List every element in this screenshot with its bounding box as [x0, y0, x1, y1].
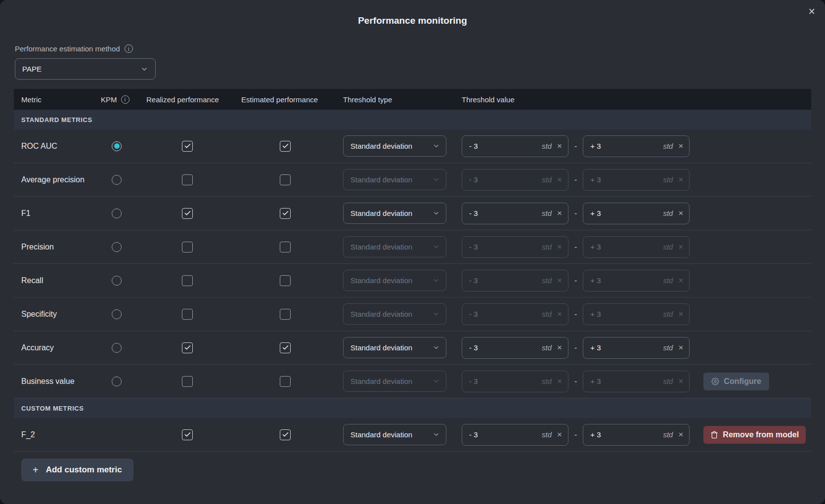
- metric-name: Accuracy: [14, 343, 54, 352]
- estimated-checkbox[interactable]: [280, 174, 291, 185]
- realized-cell: [146, 163, 241, 196]
- kpm-cell: [88, 418, 146, 451]
- estimated-checkbox[interactable]: [280, 309, 291, 320]
- column-header-metric: Metric: [14, 89, 88, 110]
- lower-threshold-input[interactable]: - 3std×: [462, 337, 568, 359]
- remove-from-model-button[interactable]: Remove from model: [703, 426, 806, 444]
- kpm-radio[interactable]: [112, 141, 122, 151]
- upper-threshold-value: + 3: [590, 209, 663, 217]
- realized-checkbox[interactable]: [182, 342, 193, 353]
- upper-threshold-input: + 3std×: [583, 270, 690, 292]
- estimated-checkbox[interactable]: [280, 242, 291, 252]
- clear-icon[interactable]: ×: [678, 209, 683, 217]
- realized-checkbox[interactable]: [182, 242, 193, 252]
- threshold-range-dash: -: [574, 175, 577, 184]
- estimated-checkbox[interactable]: [280, 275, 291, 286]
- clear-icon: ×: [557, 377, 562, 385]
- lower-threshold-value: - 3: [469, 310, 542, 318]
- upper-threshold-value: + 3: [590, 142, 663, 150]
- clear-icon[interactable]: ×: [557, 209, 562, 217]
- plus-icon: +: [33, 464, 39, 476]
- threshold-type-value: Standard deviation: [350, 175, 412, 184]
- threshold-value-cell: - 3std×-+ 3std×: [459, 264, 811, 297]
- threshold-type-select: Standard deviation: [343, 236, 446, 257]
- estimated-checkbox[interactable]: [280, 376, 291, 387]
- threshold-type-select: Standard deviation: [343, 371, 446, 392]
- realized-checkbox[interactable]: [182, 174, 193, 185]
- metric-cell: Precision: [14, 230, 88, 263]
- realized-cell: [146, 197, 241, 230]
- lower-threshold-input[interactable]: - 3std×: [462, 135, 568, 157]
- realized-checkbox[interactable]: [182, 141, 193, 152]
- metrics-table: MetricKPMiRealized performanceEstimated …: [14, 89, 811, 452]
- threshold-type-cell: Standard deviation: [338, 264, 459, 297]
- info-icon[interactable]: i: [121, 95, 130, 104]
- upper-threshold-input[interactable]: + 3std×: [583, 337, 690, 359]
- lower-threshold-input: - 3std×: [462, 371, 568, 392]
- clear-icon[interactable]: ×: [678, 343, 683, 352]
- clear-icon[interactable]: ×: [557, 142, 562, 150]
- estimation-method-select[interactable]: PAPE: [15, 58, 156, 80]
- estimated-checkbox[interactable]: [280, 141, 291, 152]
- realized-checkbox[interactable]: [182, 429, 193, 440]
- clear-icon[interactable]: ×: [557, 343, 562, 352]
- realized-checkbox[interactable]: [182, 208, 193, 219]
- threshold-type-select[interactable]: Standard deviation: [343, 337, 446, 358]
- metric-cell: Average precision: [14, 163, 88, 196]
- threshold-type-select[interactable]: Standard deviation: [343, 135, 446, 157]
- upper-threshold-input[interactable]: + 3std×: [583, 424, 690, 446]
- column-header-label: Threshold type: [343, 95, 392, 104]
- threshold-type-select[interactable]: Standard deviation: [343, 424, 446, 445]
- info-icon[interactable]: i: [125, 44, 133, 53]
- std-unit-label: std: [542, 243, 552, 251]
- upper-threshold-input: + 3std×: [583, 236, 690, 258]
- kpm-radio[interactable]: [112, 343, 122, 353]
- estimated-cell: [241, 129, 338, 163]
- lower-threshold-input[interactable]: - 3std×: [462, 203, 568, 224]
- std-unit-label: std: [663, 343, 673, 352]
- kpm-radio[interactable]: [112, 209, 122, 218]
- realized-checkbox[interactable]: [182, 309, 193, 320]
- estimated-checkbox[interactable]: [280, 429, 291, 440]
- clear-icon: ×: [557, 310, 562, 318]
- clear-icon[interactable]: ×: [678, 142, 683, 150]
- clear-icon: ×: [678, 243, 683, 251]
- lower-threshold-value: - 3: [469, 175, 542, 184]
- kpm-radio[interactable]: [112, 309, 122, 319]
- column-header-label: Metric: [21, 95, 42, 104]
- clear-icon[interactable]: ×: [557, 430, 562, 439]
- std-unit-label: std: [663, 310, 673, 318]
- realized-checkbox[interactable]: [182, 275, 193, 286]
- section-header: STANDARD METRICS: [14, 110, 811, 129]
- estimated-checkbox[interactable]: [280, 208, 291, 219]
- kpm-cell: [88, 197, 146, 230]
- threshold-range-dash: -: [574, 343, 577, 352]
- column-header-threshold-type: Threshold type: [338, 89, 459, 110]
- std-unit-label: std: [663, 243, 673, 251]
- std-unit-label: std: [542, 430, 552, 439]
- threshold-type-cell: Standard deviation: [338, 230, 459, 263]
- upper-threshold-input[interactable]: + 3std×: [583, 203, 690, 224]
- kpm-radio[interactable]: [112, 242, 122, 252]
- chevron-down-icon: [433, 176, 440, 183]
- close-icon[interactable]: ×: [809, 6, 815, 17]
- threshold-type-select[interactable]: Standard deviation: [343, 203, 446, 224]
- checkmark-icon: [184, 344, 191, 351]
- kpm-radio[interactable]: [112, 175, 122, 185]
- kpm-radio[interactable]: [112, 276, 122, 286]
- chevron-down-icon: [433, 210, 440, 217]
- threshold-type-cell: Standard deviation: [338, 331, 459, 364]
- threshold-range-dash: -: [574, 310, 577, 319]
- realized-checkbox[interactable]: [182, 376, 193, 387]
- add-custom-metric-button[interactable]: + Add custom metric: [21, 459, 133, 481]
- lower-threshold-value: - 3: [469, 377, 542, 385]
- lower-threshold-input[interactable]: - 3std×: [462, 424, 568, 446]
- kpm-radio[interactable]: [112, 377, 122, 386]
- estimated-checkbox[interactable]: [280, 342, 291, 353]
- clear-icon[interactable]: ×: [678, 430, 683, 439]
- column-header-label: KPM: [101, 95, 117, 104]
- section-header: CUSTOM METRICS: [14, 398, 811, 418]
- estimation-method-value: PAPE: [22, 65, 42, 73]
- lower-threshold-input: - 3std×: [462, 169, 568, 191]
- upper-threshold-input[interactable]: + 3std×: [583, 135, 690, 157]
